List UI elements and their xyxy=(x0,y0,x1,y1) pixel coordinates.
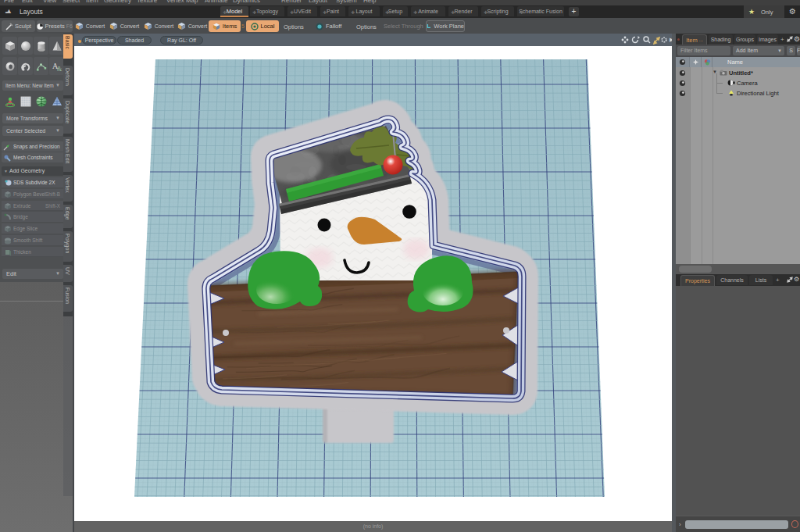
svg-text:&: & xyxy=(57,66,62,72)
